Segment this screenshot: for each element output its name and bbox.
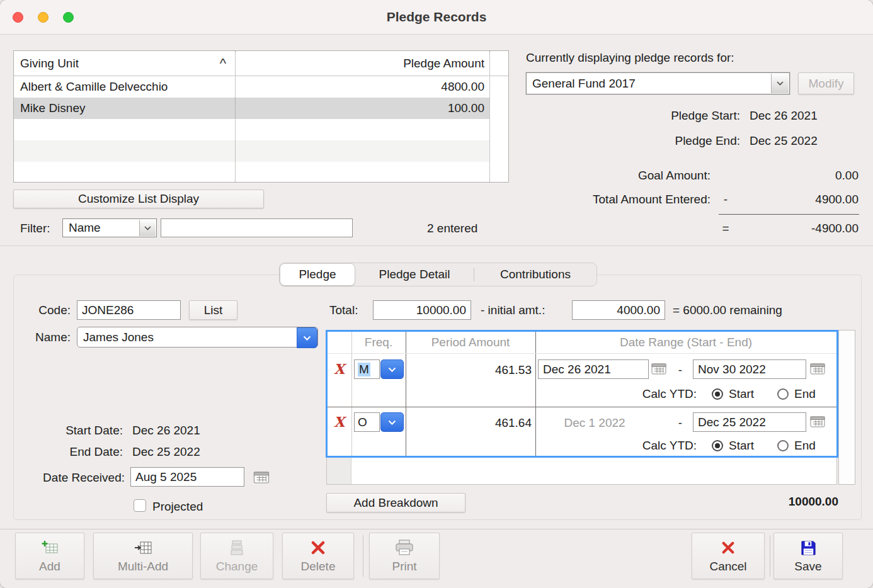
breakdown-empty-row — [326, 458, 837, 485]
window-title: Pledge Records — [0, 0, 873, 34]
entered-count: 2 entered — [427, 222, 477, 235]
frequency-dropdown-button[interactable] — [380, 412, 404, 432]
print-button-label: Print — [392, 560, 416, 574]
projected-checkbox[interactable] — [134, 499, 146, 512]
column-header-pledge-amount[interactable]: Pledge Amount — [235, 51, 489, 76]
breakdown-row: X O 461.64 Dec 1 2022 - Calc YTD: Start — [328, 407, 836, 456]
calendar-icon[interactable] — [810, 363, 825, 375]
multi-add-button-label: Multi-Add — [118, 560, 168, 574]
title-bar: Pledge Records — [0, 0, 873, 35]
print-icon — [395, 538, 414, 557]
filter-field-value: Name — [69, 221, 101, 235]
date-range-separator: - — [675, 363, 685, 377]
column-header-giving-unit[interactable]: Giving Unit ^ — [14, 51, 235, 76]
frequency-dropdown-button[interactable] — [380, 359, 404, 379]
name-combo[interactable]: James Jones — [77, 327, 318, 348]
period-amount-value[interactable]: 461.64 — [408, 416, 532, 430]
start-date-label: Start Date: — [25, 424, 123, 438]
end-date-label: End Date: — [25, 445, 123, 459]
calc-ytd-start-label: Start — [729, 387, 754, 401]
total-input[interactable] — [373, 300, 471, 320]
delete-row-icon[interactable]: X — [334, 361, 345, 377]
calendar-icon[interactable] — [253, 471, 270, 483]
total-amount-entered-value: 4900.00 — [724, 193, 859, 206]
tab-contributions[interactable]: Contributions — [474, 263, 596, 286]
print-button[interactable]: Print — [369, 533, 440, 579]
date-start-input[interactable] — [538, 359, 649, 379]
delete-icon — [311, 538, 326, 557]
column-header-label: Pledge Amount — [403, 57, 484, 71]
date-received-label: Date Received: — [11, 471, 125, 485]
goal-amount-value: 0.00 — [718, 169, 859, 183]
chevron-down-icon — [771, 74, 789, 93]
delete-row-icon[interactable]: X — [334, 414, 345, 430]
minimize-button[interactable] — [38, 12, 48, 23]
calc-ytd-label: Calc YTD: — [538, 387, 697, 401]
filter-label: Filter: — [20, 222, 50, 235]
net-amount-value: -4900.00 — [724, 222, 859, 235]
tab-pledge-detail[interactable]: Pledge Detail — [355, 263, 474, 286]
table-row-selected[interactable]: Mike Disney 100.00 — [14, 98, 489, 119]
add-breakdown-label: Add Breakdown — [353, 496, 438, 510]
calc-ytd-start-radio[interactable] — [712, 440, 723, 451]
customize-list-display-button[interactable]: Customize List Display — [13, 189, 264, 208]
frequency-input[interactable]: O — [354, 412, 380, 432]
tab-pledge[interactable]: Pledge — [280, 263, 355, 286]
filter-text-input[interactable] — [161, 218, 353, 237]
pledge-records-window: Pledge Records Giving Unit ^ Pledge Amou… — [0, 0, 873, 588]
start-date-value: Dec 26 2021 — [132, 424, 200, 438]
pledge-amount-value: 4800.00 — [235, 76, 489, 98]
code-label: Code: — [13, 303, 71, 317]
calc-ytd-start-radio[interactable] — [712, 388, 723, 400]
table-row[interactable]: Albert & Camille Delvecchio 4800.00 — [14, 76, 489, 98]
projected-label: Projected — [152, 500, 203, 514]
calc-ytd-label: Calc YTD: — [538, 439, 697, 453]
customize-list-display-label: Customize List Display — [78, 192, 199, 206]
modify-button[interactable]: Modify — [798, 72, 854, 94]
scrollbar-track[interactable] — [489, 51, 490, 182]
frequency-input[interactable]: M — [354, 359, 380, 379]
add-button[interactable]: Add — [15, 533, 84, 579]
delete-button-label: Delete — [301, 560, 336, 574]
zoom-button[interactable] — [63, 12, 74, 23]
close-button[interactable] — [13, 12, 23, 23]
giving-unit-name: Albert & Camille Delvecchio — [14, 76, 235, 98]
add-icon — [42, 538, 59, 557]
frequency-value: M — [358, 363, 370, 376]
calendar-icon[interactable] — [651, 363, 666, 375]
giving-unit-table-header: Giving Unit ^ Pledge Amount — [14, 51, 508, 76]
breakdown-table: Freq. Period Amount Date Range (Start - … — [326, 330, 838, 458]
name-combo-value: James Jones — [83, 331, 154, 344]
initial-amount-input[interactable] — [572, 300, 665, 320]
column-header-date-range: Date Range (Start - End) — [535, 332, 836, 353]
delete-button[interactable]: Delete — [282, 533, 354, 579]
filter-field-select[interactable]: Name — [62, 218, 157, 237]
initial-amount-label: - initial amt.: — [481, 303, 545, 317]
save-icon — [801, 538, 816, 557]
date-end-input[interactable] — [693, 412, 806, 432]
end-date-value: Dec 25 2022 — [132, 445, 200, 459]
pledge-amount-value: 100.00 — [235, 98, 489, 119]
fund-select[interactable]: General Fund 2017 — [526, 72, 790, 94]
breakdown-row-gutter — [327, 458, 351, 484]
change-button[interactable]: Change — [200, 533, 273, 579]
period-amount-value[interactable]: 461.53 — [408, 363, 532, 377]
section-divider — [0, 246, 873, 246]
breakdown-scrollbar[interactable] — [838, 330, 855, 485]
pledge-end-label: Pledge End: — [526, 134, 740, 148]
multi-add-button[interactable]: Multi-Add — [93, 533, 193, 579]
code-input[interactable] — [77, 300, 181, 320]
date-end-input[interactable] — [693, 359, 806, 379]
frequency-value: O — [358, 416, 367, 429]
change-icon — [230, 538, 244, 557]
cancel-button[interactable]: Cancel — [692, 533, 765, 579]
save-button[interactable]: Save — [773, 533, 843, 579]
calc-ytd-end-label: End — [794, 387, 816, 401]
calc-ytd-end-radio[interactable] — [777, 440, 789, 451]
add-breakdown-button[interactable]: Add Breakdown — [326, 493, 465, 512]
calendar-icon[interactable] — [810, 416, 825, 427]
calc-ytd-end-radio[interactable] — [777, 388, 789, 400]
date-received-input[interactable] — [130, 467, 244, 487]
list-button[interactable]: List — [189, 300, 237, 320]
name-dropdown-button[interactable] — [297, 327, 317, 348]
